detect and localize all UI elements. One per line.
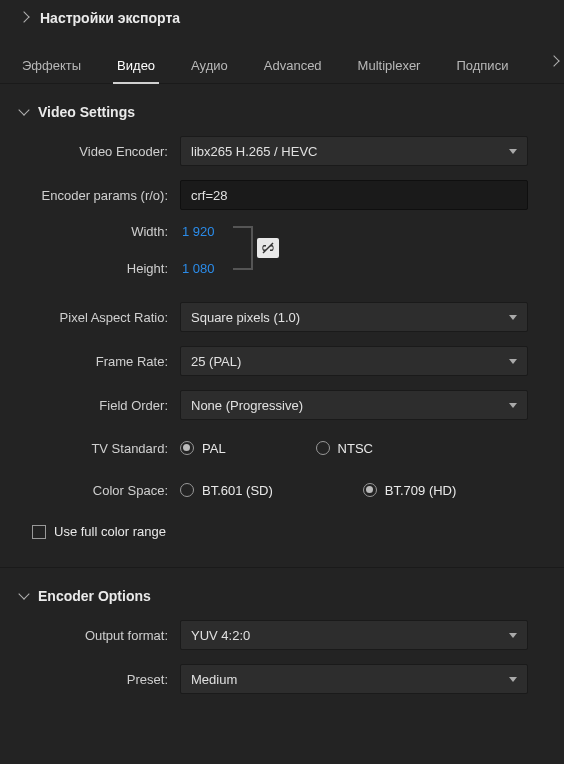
aspect-link-bracket — [233, 226, 253, 270]
chevron-down-icon — [509, 403, 517, 408]
svg-line-0 — [263, 243, 273, 253]
unlink-icon — [260, 241, 276, 255]
aspect-link-toggle[interactable] — [257, 238, 279, 258]
video-encoder-dropdown[interactable]: libx265 H.265 / HEVC — [180, 136, 528, 166]
full-color-range-checkbox[interactable]: Use full color range — [20, 518, 544, 555]
width-label: Width: — [20, 224, 180, 239]
width-value[interactable]: 1 920 — [180, 224, 215, 239]
encoder-params-label: Encoder params (r/o): — [20, 188, 180, 203]
tabs-bar: Эффекты Видео Аудио Advanced Multiplexer… — [0, 38, 564, 84]
export-settings-header[interactable]: Настройки экспорта — [0, 0, 564, 38]
field-order-dropdown[interactable]: None (Progressive) — [180, 390, 528, 420]
tab-advanced[interactable]: Advanced — [246, 50, 340, 83]
encoder-options-header[interactable]: Encoder Options — [20, 588, 544, 604]
chevron-down-icon — [509, 149, 517, 154]
radio-icon — [180, 441, 194, 455]
framerate-dropdown[interactable]: 25 (PAL) — [180, 346, 528, 376]
tabs-scroll-right-icon[interactable] — [548, 55, 559, 66]
height-value[interactable]: 1 080 — [180, 261, 215, 276]
tab-captions[interactable]: Подписи — [438, 50, 526, 83]
field-order-label: Field Order: — [20, 398, 180, 413]
preset-dropdown[interactable]: Medium — [180, 664, 528, 694]
video-settings-section: Video Settings Video Encoder: libx265 H.… — [0, 84, 564, 563]
tab-effects[interactable]: Эффекты — [4, 50, 99, 83]
tv-standard-label: TV Standard: — [20, 441, 180, 456]
video-settings-title: Video Settings — [38, 104, 135, 120]
page-title: Настройки экспорта — [40, 10, 180, 26]
chevron-down-icon — [509, 359, 517, 364]
video-settings-header[interactable]: Video Settings — [20, 104, 544, 120]
encoder-params-input[interactable] — [180, 180, 528, 210]
chevron-down-icon — [509, 677, 517, 682]
color-space-bt601-radio[interactable]: BT.601 (SD) — [180, 483, 273, 498]
tab-video[interactable]: Видео — [99, 50, 173, 83]
radio-icon — [316, 441, 330, 455]
tv-standard-ntsc-radio[interactable]: NTSC — [316, 441, 373, 456]
radio-icon — [180, 483, 194, 497]
chevron-down-icon — [18, 104, 29, 115]
output-format-dropdown[interactable]: YUV 4:2:0 — [180, 620, 528, 650]
encoder-options-section: Encoder Options Output format: YUV 4:2:0… — [0, 568, 564, 716]
chevron-right-icon — [18, 11, 29, 22]
chevron-down-icon — [18, 588, 29, 599]
tab-multiplexer[interactable]: Multiplexer — [340, 50, 439, 83]
preset-label: Preset: — [20, 672, 180, 687]
color-space-label: Color Space: — [20, 483, 180, 498]
framerate-label: Frame Rate: — [20, 354, 180, 369]
chevron-down-icon — [509, 633, 517, 638]
encoder-options-title: Encoder Options — [38, 588, 151, 604]
par-dropdown[interactable]: Square pixels (1.0) — [180, 302, 528, 332]
radio-icon — [363, 483, 377, 497]
output-format-label: Output format: — [20, 628, 180, 643]
color-space-bt709-radio[interactable]: BT.709 (HD) — [363, 483, 457, 498]
par-label: Pixel Aspect Ratio: — [20, 310, 180, 325]
checkbox-icon — [32, 525, 46, 539]
height-label: Height: — [20, 261, 180, 276]
chevron-down-icon — [509, 315, 517, 320]
tab-audio[interactable]: Аудио — [173, 50, 246, 83]
tv-standard-pal-radio[interactable]: PAL — [180, 441, 226, 456]
video-encoder-label: Video Encoder: — [20, 144, 180, 159]
